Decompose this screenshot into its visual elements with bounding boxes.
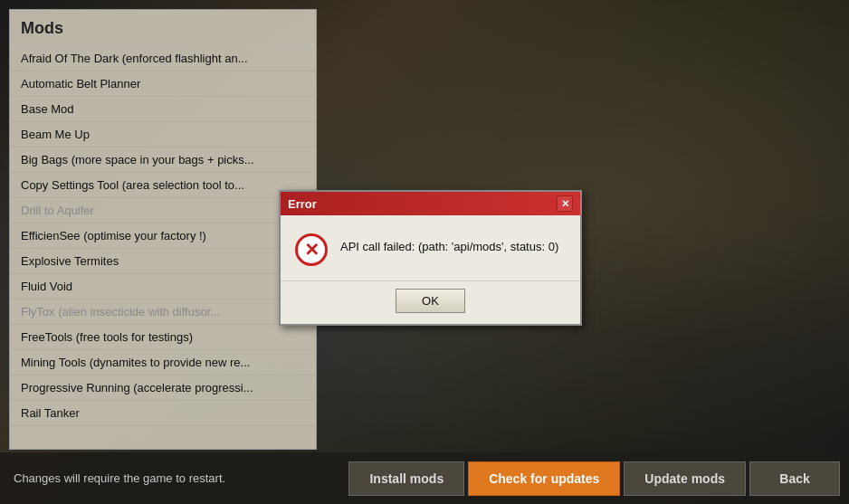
mod-list-item[interactable]: Big Bags (more space in your bags + pick…: [10, 147, 316, 173]
dialog-footer: OK: [281, 281, 580, 324]
dialog-titlebar: Error ✕: [281, 192, 580, 215]
mod-list-item[interactable]: Rail Tanker: [10, 401, 316, 426]
mod-list-item[interactable]: Drill to Aquifer: [10, 198, 316, 223]
mod-list-item[interactable]: Afraid Of The Dark (enforced flashlight …: [10, 46, 316, 71]
error-icon: ✕: [295, 233, 328, 266]
mod-list-item[interactable]: Base Mod: [10, 97, 316, 122]
back-button[interactable]: Back: [749, 461, 840, 496]
update-mods-button[interactable]: Update mods: [624, 461, 746, 496]
error-circle-icon: ✕: [295, 233, 328, 266]
mod-list-item[interactable]: Copy Settings Tool (area selection tool …: [10, 173, 316, 198]
changes-text: Changes will require the game to restart…: [9, 471, 348, 485]
mod-list-item[interactable]: Explosive Termites: [10, 249, 316, 274]
mod-list-item[interactable]: Automatic Belt Planner: [10, 71, 316, 97]
check-for-updates-button[interactable]: Check for updates: [468, 461, 620, 496]
mod-list-item[interactable]: FreeTools (free tools for testings): [10, 325, 316, 350]
dialog-message: API call failed: (path: 'api/mods', stat…: [340, 233, 558, 255]
mods-panel: Mods Afraid Of The Dark (enforced flashl…: [9, 9, 317, 450]
mod-list-item[interactable]: Fluid Void: [10, 274, 316, 300]
mods-title: Mods: [10, 10, 316, 46]
dialog-title: Error: [288, 197, 317, 211]
install-mods-button[interactable]: Install mods: [348, 461, 464, 496]
mod-list-item[interactable]: FlyTox (alien insecticide with diffusor.…: [10, 300, 316, 325]
bottom-bar: Changes will require the game to restart…: [0, 452, 849, 504]
mod-list-item[interactable]: Progressive Running (accelerate progress…: [10, 376, 316, 401]
mod-list-item[interactable]: Beam Me Up: [10, 122, 316, 147]
mod-list-item[interactable]: EfficienSee (optimise your factory !): [10, 223, 316, 249]
dialog-ok-button[interactable]: OK: [396, 289, 465, 313]
button-group: Install mods Check for updates Update mo…: [348, 461, 840, 496]
mod-list-item[interactable]: Mining Tools (dynamites to provide new r…: [10, 350, 316, 376]
dialog-body: ✕ API call failed: (path: 'api/mods', st…: [281, 215, 580, 281]
dialog-close-button[interactable]: ✕: [557, 195, 573, 212]
mods-list[interactable]: Afraid Of The Dark (enforced flashlight …: [10, 46, 316, 444]
error-dialog: Error ✕ ✕ API call failed: (path: 'api/m…: [279, 190, 582, 326]
